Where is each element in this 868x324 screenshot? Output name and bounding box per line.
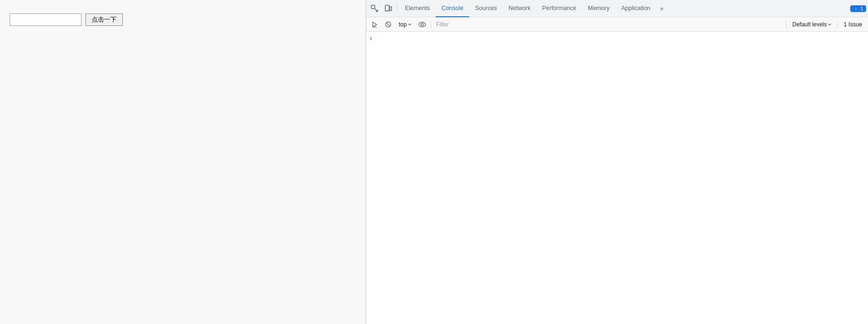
tab-console[interactable]: Console [436, 0, 469, 17]
svg-rect-0 [371, 5, 375, 9]
more-tabs-button[interactable]: » [656, 0, 667, 17]
tab-performance[interactable]: Performance [536, 0, 583, 17]
console-execute-context-icon[interactable] [369, 19, 380, 30]
issues-count-button[interactable]: 1 Issue [841, 19, 865, 30]
svg-line-9 [386, 23, 390, 26]
log-levels-dropdown[interactable]: Default levels [789, 19, 834, 30]
page-text-input[interactable] [10, 13, 82, 26]
console-body: › [366, 32, 868, 324]
device-toolbar-icon[interactable] [381, 2, 395, 15]
toolbar-separator-1 [397, 4, 397, 13]
dropdown-arrow-icon [408, 23, 412, 26]
svg-point-11 [421, 23, 423, 25]
devtools-tab-bar: Elements Console Sources Network Perform… [366, 0, 868, 17]
console-separator-3 [837, 21, 838, 28]
svg-text:i: i [856, 7, 856, 11]
svg-marker-6 [373, 22, 377, 27]
context-dropdown[interactable]: top [396, 19, 415, 30]
tab-memory[interactable]: Memory [582, 0, 615, 17]
live-expressions-icon[interactable] [416, 19, 428, 30]
filter-input[interactable] [434, 19, 784, 30]
tab-elements[interactable]: Elements [399, 0, 436, 17]
svg-point-10 [419, 22, 426, 27]
devtools-panel: Elements Console Sources Network Perform… [366, 0, 868, 324]
console-separator-2 [786, 21, 786, 28]
console-chevron-icon[interactable]: › [370, 35, 372, 42]
page-area: 点击一下 [0, 0, 366, 324]
devtools-tabs: Elements Console Sources Network Perform… [399, 0, 848, 17]
tab-sources[interactable]: Sources [469, 0, 503, 17]
tab-application[interactable]: Application [615, 0, 656, 17]
issues-badge[interactable]: i 1 [850, 5, 866, 12]
click-button[interactable]: 点击一下 [85, 13, 123, 26]
svg-point-3 [387, 10, 387, 10]
tab-network[interactable]: Network [503, 0, 536, 17]
svg-rect-2 [390, 7, 392, 11]
levels-arrow-icon [828, 23, 832, 26]
page-controls: 点击一下 [10, 13, 123, 26]
inspect-element-icon[interactable] [368, 2, 381, 15]
console-toolbar: top Default levels 1 Issue [366, 17, 868, 32]
console-separator-1 [431, 21, 431, 28]
console-prompt-line: › [366, 34, 868, 43]
issues-icon: i [853, 6, 859, 12]
clear-console-icon[interactable] [382, 19, 394, 30]
